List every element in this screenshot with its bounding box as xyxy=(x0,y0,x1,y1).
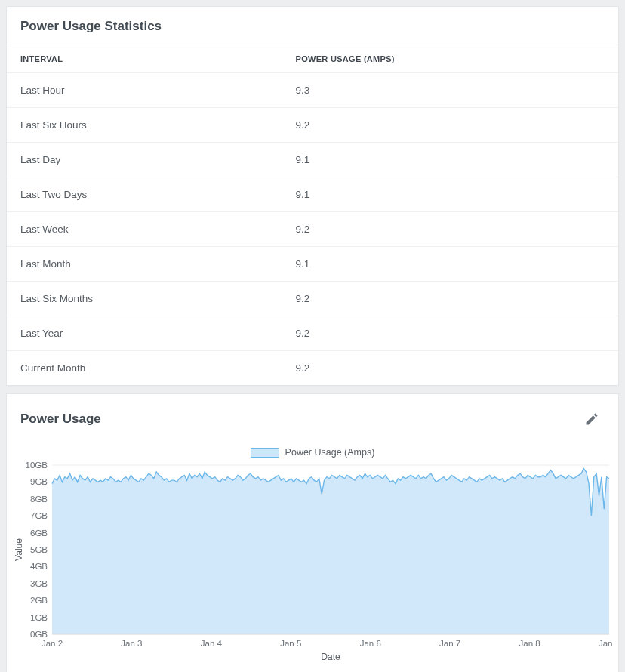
x-tick-label: Jan 3 xyxy=(121,639,142,648)
table-row: Last Six Months9.2 xyxy=(7,282,618,316)
stats-interval-cell: Last Week xyxy=(7,212,282,247)
stats-value-cell: 9.1 xyxy=(282,177,619,212)
table-row: Last Hour9.3 xyxy=(7,73,618,108)
stats-value-cell: 9.1 xyxy=(282,247,619,282)
stats-value-cell: 9.2 xyxy=(282,282,619,316)
stats-value-cell: 9.2 xyxy=(282,212,619,247)
legend-swatch xyxy=(251,448,279,458)
stats-col-interval: INTERVAL xyxy=(7,45,282,73)
y-tick-label: 2GB xyxy=(30,596,48,605)
stats-interval-cell: Last Year xyxy=(7,316,282,351)
stats-value-cell: 9.2 xyxy=(282,351,619,386)
y-tick-label: 9GB xyxy=(30,477,48,486)
stats-table: INTERVAL POWER USAGE (AMPS) Last Hour9.3… xyxy=(7,45,618,385)
x-tick-label: Jan 5 xyxy=(280,639,301,648)
stats-card-title: Power Usage Statistics xyxy=(7,7,618,45)
table-row: Last Six Hours9.2 xyxy=(7,108,618,143)
table-row: Last Year9.2 xyxy=(7,316,618,351)
x-tick-label: Jan 7 xyxy=(439,639,460,648)
table-row: Last Month9.1 xyxy=(7,247,618,282)
stats-interval-cell: Last Day xyxy=(7,143,282,177)
chart-area-fill xyxy=(52,468,609,634)
y-axis-label: Value xyxy=(14,538,24,561)
table-row: Current Month9.2 xyxy=(7,351,618,386)
table-row: Last Week9.2 xyxy=(7,212,618,247)
y-tick-label: 8GB xyxy=(30,495,48,504)
stats-value-cell: 9.3 xyxy=(282,73,619,108)
chart-legend: Power Usage (Amps) xyxy=(13,442,612,461)
chart-card-title: Power Usage xyxy=(20,412,101,427)
stats-interval-cell: Last Six Months xyxy=(7,282,282,316)
x-tick-label: Jan 4 xyxy=(201,639,223,648)
x-tick-label: Jan 8 xyxy=(519,639,540,648)
stats-interval-cell: Last Six Hours xyxy=(7,108,282,143)
y-tick-label: 10GB xyxy=(26,461,48,470)
stats-value-cell: 9.1 xyxy=(282,143,619,177)
stats-interval-cell: Last Two Days xyxy=(7,177,282,212)
legend-label: Power Usage (Amps) xyxy=(285,447,375,458)
y-tick-label: 7GB xyxy=(30,511,48,520)
power-usage-chart-card: Power Usage Power Usage (Amps) 0GB1GB2GB… xyxy=(6,393,619,672)
y-tick-label: 6GB xyxy=(30,529,48,538)
x-tick-label: Jan 2 xyxy=(42,639,63,648)
stats-interval-cell: Last Month xyxy=(7,247,282,282)
edit-chart-button[interactable] xyxy=(579,406,605,432)
y-tick-label: 4GB xyxy=(30,562,48,571)
y-tick-label: 3GB xyxy=(30,579,48,588)
x-axis-label: Date xyxy=(321,652,340,662)
table-row: Last Two Days9.1 xyxy=(7,177,618,212)
stats-value-cell: 9.2 xyxy=(282,108,619,143)
stats-interval-cell: Last Hour xyxy=(7,73,282,108)
power-usage-chart: 0GB1GB2GB3GB4GB5GB6GB7GB8GB9GB10GBJan 2J… xyxy=(13,461,614,663)
y-tick-label: 1GB xyxy=(30,613,48,622)
stats-col-value: POWER USAGE (AMPS) xyxy=(282,45,619,73)
x-tick-label: Jan 9 xyxy=(599,639,614,648)
pencil-icon xyxy=(584,412,599,427)
y-tick-label: 5GB xyxy=(30,545,48,554)
table-row: Last Day9.1 xyxy=(7,143,618,177)
x-tick-label: Jan 6 xyxy=(360,639,381,648)
stats-value-cell: 9.2 xyxy=(282,316,619,351)
power-usage-statistics-card: Power Usage Statistics INTERVAL POWER US… xyxy=(6,6,619,386)
y-tick-label: 0GB xyxy=(30,630,48,639)
stats-interval-cell: Current Month xyxy=(7,351,282,386)
